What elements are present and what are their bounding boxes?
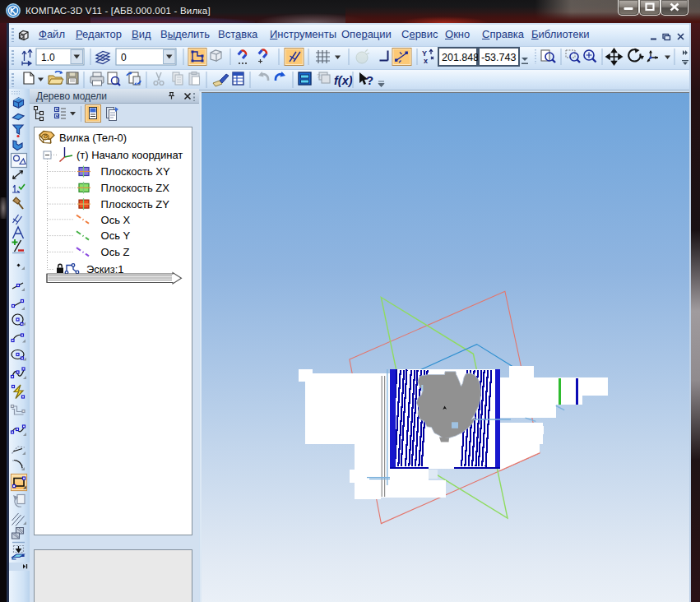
- svg-text:?: ?: [317, 72, 321, 80]
- svg-text:1.0: 1.0: [41, 52, 55, 63]
- svg-text:Вилка (Тел-0): Вилка (Тел-0): [59, 132, 127, 144]
- svg-text:Плоскость ZX: Плоскость ZX: [101, 182, 170, 194]
- svg-text:(т) Начало координат: (т) Начало координат: [76, 149, 183, 161]
- svg-text:201.848: 201.848: [442, 52, 479, 63]
- svg-text:-53.743: -53.743: [481, 52, 516, 63]
- svg-text:Плоскость ZY: Плоскость ZY: [101, 198, 170, 211]
- svg-text:f(x): f(x): [334, 74, 353, 87]
- svg-text:x: x: [424, 57, 428, 65]
- svg-text:Эскиз:1: Эскиз:1: [86, 263, 124, 276]
- svg-text:?: ?: [366, 73, 373, 87]
- svg-text:0: 0: [121, 52, 127, 63]
- svg-text:Ось Z: Ось Z: [101, 246, 130, 258]
- svg-text:Ось Y: Ось Y: [101, 229, 131, 242]
- svg-text:Ось X: Ось X: [101, 214, 131, 226]
- svg-text:Плоскость XY: Плоскость XY: [101, 165, 170, 178]
